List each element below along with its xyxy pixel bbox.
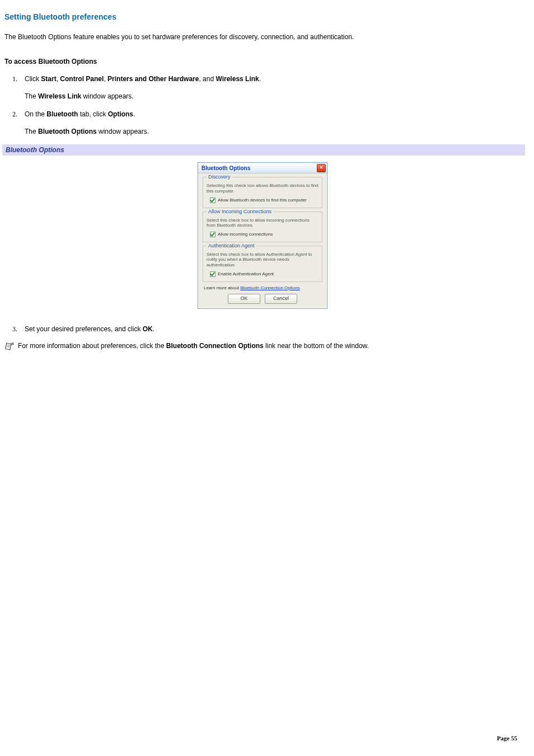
text-bold: Wireless Link bbox=[38, 92, 81, 100]
checkbox-label: Allow incoming connections bbox=[218, 232, 273, 237]
text-bold: Control Panel bbox=[60, 75, 104, 83]
group-description: Select this check box to allow Authentic… bbox=[207, 252, 318, 268]
text: Click bbox=[25, 75, 41, 83]
auth-group: Authentication Agent Select this check b… bbox=[203, 246, 322, 282]
figure-caption: Bluetooth Options bbox=[2, 144, 525, 156]
text: Learn more about bbox=[204, 285, 240, 290]
group-legend: Authentication Agent bbox=[207, 243, 256, 248]
text-bold: Bluetooth Connection Options bbox=[166, 342, 264, 350]
text: The bbox=[25, 92, 38, 100]
note: For more information about preferences, … bbox=[4, 342, 521, 351]
dialog-button-row: OK Cancel bbox=[203, 294, 322, 304]
text: window appears. bbox=[81, 92, 133, 100]
group-legend: Discovery bbox=[207, 174, 232, 180]
close-icon[interactable]: × bbox=[317, 164, 326, 172]
note-text: For more information about preferences, … bbox=[18, 342, 369, 350]
incoming-group: Allow Incoming Connections Select this c… bbox=[203, 212, 322, 242]
procedure-list-continued: Set your desired preferences, and click … bbox=[4, 325, 521, 334]
text-bold: Start bbox=[41, 75, 56, 83]
bluetooth-connection-options-link[interactable]: Bluetooth Connection Options bbox=[240, 285, 299, 290]
dialog-title: Bluetooth Options bbox=[202, 165, 317, 171]
note-icon bbox=[4, 342, 15, 351]
page-number: Page 55 bbox=[497, 735, 517, 741]
text: tab, click bbox=[78, 110, 107, 118]
text-bold: Printers and Other Hardware bbox=[107, 75, 199, 83]
dialog-body: Discovery Selecting this check box allow… bbox=[198, 173, 327, 308]
auth-checkbox-row[interactable]: Enable Authentication Agent bbox=[210, 271, 318, 277]
learn-more-text: Learn more about Bluetooth Connection Op… bbox=[204, 285, 322, 290]
group-legend: Allow Incoming Connections bbox=[207, 209, 273, 214]
checkbox-label: Enable Authentication Agent bbox=[218, 271, 274, 276]
text: , and bbox=[199, 75, 216, 83]
page-value: 55 bbox=[511, 735, 517, 741]
svg-line-1 bbox=[7, 346, 10, 347]
text: window appears. bbox=[97, 128, 149, 135]
dialog-titlebar: Bluetooth Options × bbox=[198, 163, 327, 173]
checkbox-label: Allow Bluetooth devices to find this com… bbox=[218, 198, 307, 203]
checkbox-icon[interactable] bbox=[210, 232, 216, 237]
page-label: Page bbox=[497, 735, 511, 741]
group-description: Selecting this check box allows Bluetoot… bbox=[207, 183, 318, 194]
text: . bbox=[259, 75, 261, 83]
text-bold: OK bbox=[143, 325, 153, 333]
text: link near the bottom of the window. bbox=[264, 342, 369, 350]
text-bold: Bluetooth Options bbox=[38, 128, 97, 135]
page-heading: Setting Bluetooth preferences bbox=[4, 12, 521, 21]
step-3: Set your desired preferences, and click … bbox=[25, 325, 521, 334]
text: On the bbox=[25, 110, 46, 118]
svg-line-0 bbox=[7, 345, 10, 345]
text: . bbox=[153, 325, 154, 333]
checkbox-icon[interactable] bbox=[210, 271, 216, 277]
text: Set your desired preferences, and click bbox=[25, 325, 143, 333]
step-1: Click Start, Control Panel, Printers and… bbox=[25, 74, 521, 102]
text-bold: Wireless Link bbox=[216, 75, 259, 83]
group-description: Select this check box to allow incoming … bbox=[207, 218, 318, 228]
ok-button[interactable]: OK bbox=[228, 294, 260, 304]
text: . bbox=[133, 110, 135, 118]
text-bold: Bluetooth bbox=[46, 110, 78, 118]
figure-wrapper: Bluetooth Options × Discovery Selecting … bbox=[4, 162, 521, 308]
procedure-heading: To access Bluetooth Options bbox=[4, 58, 521, 65]
checkbox-icon[interactable] bbox=[210, 198, 216, 203]
procedure-list: Click Start, Control Panel, Printers and… bbox=[4, 74, 521, 137]
step-2: On the Bluetooth tab, click Options. The… bbox=[25, 110, 521, 137]
incoming-checkbox-row[interactable]: Allow incoming connections bbox=[210, 232, 318, 237]
discovery-checkbox-row[interactable]: Allow Bluetooth devices to find this com… bbox=[210, 198, 318, 203]
text: For more information about preferences, … bbox=[18, 342, 166, 350]
cancel-button[interactable]: Cancel bbox=[265, 294, 297, 304]
text-bold: Options bbox=[108, 110, 133, 118]
discovery-group: Discovery Selecting this check box allow… bbox=[203, 177, 322, 208]
bluetooth-options-dialog: Bluetooth Options × Discovery Selecting … bbox=[198, 162, 327, 308]
intro-paragraph: The Bluetooth Options feature enables yo… bbox=[4, 32, 521, 42]
text: The bbox=[25, 128, 38, 135]
